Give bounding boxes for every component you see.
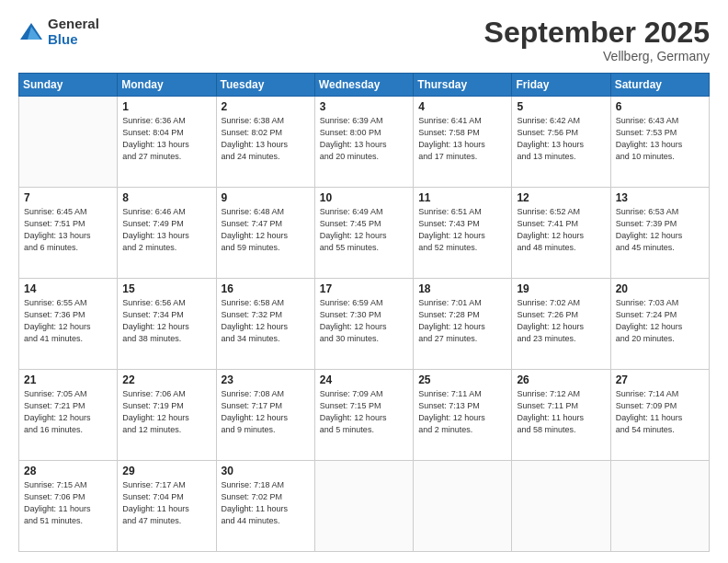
day-number: 6 — [616, 100, 704, 113]
day-cell: 29Sunrise: 7:17 AM Sunset: 7:04 PM Dayli… — [118, 461, 216, 552]
day-number: 1 — [122, 100, 210, 113]
day-info: Sunrise: 6:59 AM Sunset: 7:30 PM Dayligh… — [320, 297, 408, 345]
day-number: 16 — [222, 282, 310, 295]
col-sunday: Sunday — [19, 74, 118, 97]
day-info: Sunrise: 6:48 AM Sunset: 7:47 PM Dayligh… — [222, 206, 310, 254]
day-cell: 21Sunrise: 7:05 AM Sunset: 7:21 PM Dayli… — [19, 370, 118, 461]
day-cell: 14Sunrise: 6:55 AM Sunset: 7:36 PM Dayli… — [19, 279, 118, 370]
day-cell: 17Sunrise: 6:59 AM Sunset: 7:30 PM Dayli… — [314, 279, 413, 370]
day-cell: 27Sunrise: 7:14 AM Sunset: 7:09 PM Dayli… — [610, 370, 709, 461]
day-number: 18 — [418, 282, 506, 295]
day-cell — [414, 461, 512, 552]
day-cell: 4Sunrise: 6:41 AM Sunset: 7:58 PM Daylig… — [414, 97, 512, 188]
day-cell: 10Sunrise: 6:49 AM Sunset: 7:45 PM Dayli… — [314, 188, 413, 279]
day-info: Sunrise: 6:43 AM Sunset: 7:53 PM Dayligh… — [616, 115, 704, 163]
day-cell — [314, 461, 413, 552]
logo-general: General — [48, 17, 99, 32]
week-row-1: 1Sunrise: 6:36 AM Sunset: 8:04 PM Daylig… — [19, 97, 710, 188]
day-number: 13 — [616, 191, 704, 204]
day-info: Sunrise: 7:01 AM Sunset: 7:28 PM Dayligh… — [418, 297, 506, 345]
day-cell: 25Sunrise: 7:11 AM Sunset: 7:13 PM Dayli… — [414, 370, 512, 461]
day-cell: 5Sunrise: 6:42 AM Sunset: 7:56 PM Daylig… — [512, 97, 610, 188]
day-info: Sunrise: 6:45 AM Sunset: 7:51 PM Dayligh… — [24, 206, 112, 254]
page: General Blue September 2025 Vellberg, Ge… — [0, 0, 728, 563]
header: General Blue September 2025 Vellberg, Ge… — [18, 17, 710, 63]
day-cell: 18Sunrise: 7:01 AM Sunset: 7:28 PM Dayli… — [414, 279, 512, 370]
day-number: 30 — [222, 465, 310, 477]
day-cell: 8Sunrise: 6:46 AM Sunset: 7:49 PM Daylig… — [118, 188, 216, 279]
day-number: 10 — [320, 191, 408, 204]
day-info: Sunrise: 6:51 AM Sunset: 7:43 PM Dayligh… — [418, 206, 506, 254]
logo: General Blue — [18, 17, 99, 47]
day-cell: 19Sunrise: 7:02 AM Sunset: 7:26 PM Dayli… — [512, 279, 610, 370]
title-block: September 2025 Vellberg, Germany — [484, 17, 710, 63]
day-cell: 22Sunrise: 7:06 AM Sunset: 7:19 PM Dayli… — [118, 370, 216, 461]
col-wednesday: Wednesday — [314, 74, 413, 97]
day-number: 27 — [616, 373, 704, 386]
day-info: Sunrise: 7:17 AM Sunset: 7:04 PM Dayligh… — [122, 479, 210, 527]
day-number: 12 — [517, 191, 605, 204]
day-cell: 24Sunrise: 7:09 AM Sunset: 7:15 PM Dayli… — [314, 370, 413, 461]
week-row-4: 21Sunrise: 7:05 AM Sunset: 7:21 PM Dayli… — [19, 370, 710, 461]
day-number: 9 — [222, 191, 310, 204]
day-cell: 7Sunrise: 6:45 AM Sunset: 7:51 PM Daylig… — [19, 188, 118, 279]
day-cell: 30Sunrise: 7:18 AM Sunset: 7:02 PM Dayli… — [216, 461, 314, 552]
day-cell: 1Sunrise: 6:36 AM Sunset: 8:04 PM Daylig… — [118, 97, 216, 188]
day-number: 29 — [122, 465, 210, 477]
day-info: Sunrise: 6:58 AM Sunset: 7:32 PM Dayligh… — [222, 297, 310, 345]
location: Vellberg, Germany — [484, 49, 710, 63]
month-title: September 2025 — [484, 17, 710, 49]
col-thursday: Thursday — [414, 74, 512, 97]
col-friday: Friday — [512, 74, 610, 97]
day-number: 22 — [122, 373, 210, 386]
day-info: Sunrise: 6:52 AM Sunset: 7:41 PM Dayligh… — [517, 206, 605, 254]
day-number: 5 — [517, 100, 605, 113]
day-number: 7 — [24, 191, 112, 204]
logo-blue: Blue — [48, 32, 99, 48]
day-number: 24 — [320, 373, 408, 386]
week-row-3: 14Sunrise: 6:55 AM Sunset: 7:36 PM Dayli… — [19, 279, 710, 370]
day-cell: 16Sunrise: 6:58 AM Sunset: 7:32 PM Dayli… — [216, 279, 314, 370]
day-info: Sunrise: 6:42 AM Sunset: 7:56 PM Dayligh… — [517, 115, 605, 163]
day-cell — [19, 97, 118, 188]
header-row: Sunday Monday Tuesday Wednesday Thursday… — [19, 74, 710, 97]
logo-icon — [18, 19, 44, 45]
day-info: Sunrise: 7:03 AM Sunset: 7:24 PM Dayligh… — [616, 297, 704, 345]
day-cell: 9Sunrise: 6:48 AM Sunset: 7:47 PM Daylig… — [216, 188, 314, 279]
day-info: Sunrise: 7:12 AM Sunset: 7:11 PM Dayligh… — [517, 388, 605, 436]
day-info: Sunrise: 7:05 AM Sunset: 7:21 PM Dayligh… — [24, 388, 112, 436]
day-cell: 12Sunrise: 6:52 AM Sunset: 7:41 PM Dayli… — [512, 188, 610, 279]
day-info: Sunrise: 6:46 AM Sunset: 7:49 PM Dayligh… — [122, 206, 210, 254]
day-number: 3 — [320, 100, 408, 113]
col-saturday: Saturday — [610, 74, 709, 97]
day-cell: 3Sunrise: 6:39 AM Sunset: 8:00 PM Daylig… — [314, 97, 413, 188]
day-info: Sunrise: 7:15 AM Sunset: 7:06 PM Dayligh… — [24, 479, 112, 527]
day-cell — [512, 461, 610, 552]
day-number: 17 — [320, 282, 408, 295]
day-info: Sunrise: 7:02 AM Sunset: 7:26 PM Dayligh… — [517, 297, 605, 345]
day-cell: 13Sunrise: 6:53 AM Sunset: 7:39 PM Dayli… — [610, 188, 709, 279]
day-info: Sunrise: 6:36 AM Sunset: 8:04 PM Dayligh… — [122, 115, 210, 163]
calendar-body: 1Sunrise: 6:36 AM Sunset: 8:04 PM Daylig… — [19, 97, 710, 552]
day-number: 25 — [418, 373, 506, 386]
day-number: 21 — [24, 373, 112, 386]
week-row-2: 7Sunrise: 6:45 AM Sunset: 7:51 PM Daylig… — [19, 188, 710, 279]
day-info: Sunrise: 7:18 AM Sunset: 7:02 PM Dayligh… — [222, 479, 310, 527]
day-cell — [610, 461, 709, 552]
col-monday: Monday — [118, 74, 216, 97]
day-info: Sunrise: 6:39 AM Sunset: 8:00 PM Dayligh… — [320, 115, 408, 163]
day-number: 4 — [418, 100, 506, 113]
day-number: 28 — [24, 465, 112, 477]
day-info: Sunrise: 7:08 AM Sunset: 7:17 PM Dayligh… — [222, 388, 310, 436]
day-cell: 15Sunrise: 6:56 AM Sunset: 7:34 PM Dayli… — [118, 279, 216, 370]
day-info: Sunrise: 6:38 AM Sunset: 8:02 PM Dayligh… — [222, 115, 310, 163]
day-info: Sunrise: 6:41 AM Sunset: 7:58 PM Dayligh… — [418, 115, 506, 163]
day-cell: 23Sunrise: 7:08 AM Sunset: 7:17 PM Dayli… — [216, 370, 314, 461]
day-info: Sunrise: 6:55 AM Sunset: 7:36 PM Dayligh… — [24, 297, 112, 345]
day-number: 19 — [517, 282, 605, 295]
col-tuesday: Tuesday — [216, 74, 314, 97]
day-cell: 2Sunrise: 6:38 AM Sunset: 8:02 PM Daylig… — [216, 97, 314, 188]
day-info: Sunrise: 7:14 AM Sunset: 7:09 PM Dayligh… — [616, 388, 704, 436]
day-info: Sunrise: 7:06 AM Sunset: 7:19 PM Dayligh… — [122, 388, 210, 436]
day-info: Sunrise: 6:53 AM Sunset: 7:39 PM Dayligh… — [616, 206, 704, 254]
